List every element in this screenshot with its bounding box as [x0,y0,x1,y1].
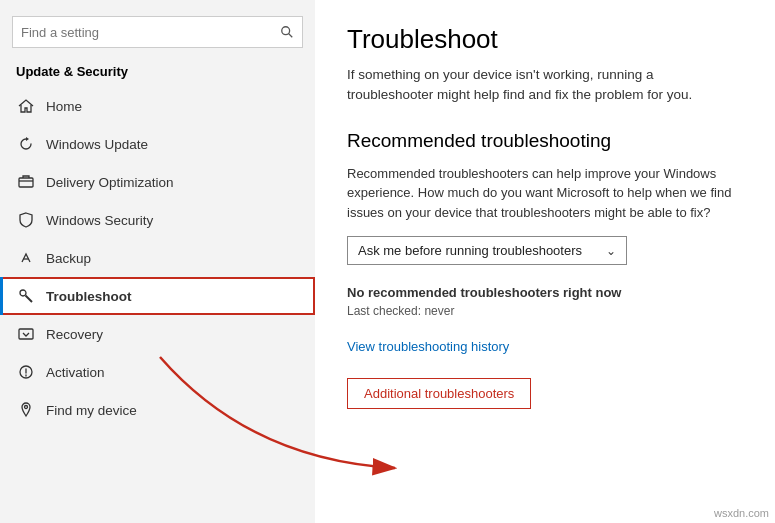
no-troubleshooters-text: No recommended troubleshooters right now [347,285,743,300]
sidebar-item-label: Windows Security [46,213,153,228]
sidebar-item-activation[interactable]: Activation [0,353,315,391]
last-checked-text: Last checked: never [347,304,743,318]
svg-point-7 [25,406,28,409]
svg-point-3 [20,290,26,296]
shield-icon [16,210,36,230]
backup-icon [16,248,36,268]
svg-line-4 [26,296,33,303]
sidebar-item-troubleshoot[interactable]: Troubleshoot [0,277,315,315]
find-icon [16,400,36,420]
svg-rect-5 [19,329,33,339]
sidebar-item-backup[interactable]: Backup [0,239,315,277]
troubleshooter-dropdown[interactable]: Ask me before running troubleshooters ⌄ [347,236,627,265]
recommended-heading: Recommended troubleshooting [347,130,743,152]
recommended-description: Recommended troubleshooters can help imp… [347,164,743,223]
sidebar-item-label: Recovery [46,327,103,342]
dropdown-value: Ask me before running troubleshooters [358,243,582,258]
watermark: wsxdn.com [714,507,769,519]
svg-rect-2 [19,178,33,187]
chevron-down-icon: ⌄ [606,244,616,258]
sidebar-item-recovery[interactable]: Recovery [0,315,315,353]
search-icon [280,25,294,39]
sidebar-item-label: Activation [46,365,105,380]
search-box[interactable] [12,16,303,48]
sidebar-item-label: Delivery Optimization [46,175,174,190]
sidebar-item-windows-update[interactable]: Windows Update [0,125,315,163]
sidebar-item-windows-security[interactable]: Windows Security [0,201,315,239]
svg-line-1 [289,34,293,38]
sidebar-item-label: Windows Update [46,137,148,152]
search-input[interactable] [21,25,280,40]
main-content: Troubleshoot If something on your device… [315,0,775,523]
sidebar-item-find-my-device[interactable]: Find my device [0,391,315,429]
delivery-icon [16,172,36,192]
main-description: If something on your device isn't workin… [347,65,743,106]
update-icon [16,134,36,154]
page-title: Troubleshoot [347,24,743,55]
sidebar: Update & Security Home [0,0,315,523]
sidebar-item-label: Troubleshoot [46,289,132,304]
sidebar-item-label: Backup [46,251,91,266]
home-icon [16,96,36,116]
activation-icon [16,362,36,382]
recovery-icon [16,324,36,344]
sidebar-item-home[interactable]: Home [0,87,315,125]
svg-point-0 [282,27,290,35]
section-title: Update & Security [0,60,315,87]
additional-troubleshooters-button[interactable]: Additional troubleshooters [347,378,531,409]
view-history-link[interactable]: View troubleshooting history [347,339,509,354]
sidebar-item-label: Home [46,99,82,114]
sidebar-item-delivery-optimization[interactable]: Delivery Optimization [0,163,315,201]
troubleshoot-icon [16,286,36,306]
sidebar-item-label: Find my device [46,403,137,418]
